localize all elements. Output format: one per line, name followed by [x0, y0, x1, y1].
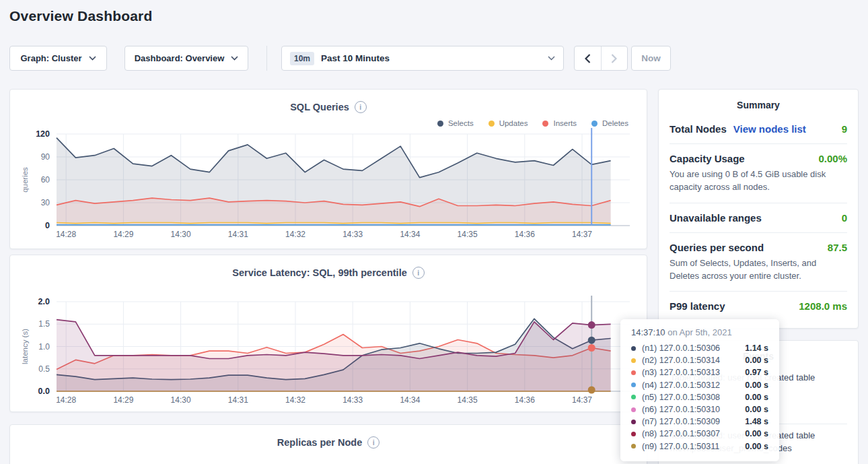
svg-text:0.0: 0.0	[38, 387, 50, 396]
dashboard-dropdown-label: Dashboard: Overview	[135, 53, 225, 63]
unavailable-ranges-label: Unavailable ranges	[670, 212, 762, 224]
summary-card: Summary Total Nodes View nodes list 9 Ca…	[658, 89, 859, 329]
graph-dropdown[interactable]: Graph: Cluster	[9, 46, 107, 71]
tooltip-row: (n8) 127.0.0.1:503070.00 s	[631, 428, 768, 440]
svg-text:14:28: 14:28	[56, 395, 76, 405]
chart-title: Replicas per Node	[277, 437, 363, 448]
tooltip-node-value: 0.00 s	[745, 405, 768, 414]
svg-text:14:28: 14:28	[56, 230, 76, 239]
svg-text:14:31: 14:31	[228, 395, 248, 405]
controls-divider	[266, 46, 267, 71]
tooltip-row: (n2) 127.0.0.1:503140.00 s	[631, 354, 768, 366]
svg-text:0.5: 0.5	[38, 364, 50, 374]
info-icon[interactable]: i	[367, 436, 379, 449]
summary-row-qps: Queries per second 87.5 Sum of Selects, …	[670, 233, 847, 292]
tooltip-node-label: (n2) 127.0.0.1:50314	[642, 356, 720, 365]
summary-row-p99-latency: P99 latency 1208.0 ms	[670, 292, 847, 321]
tooltip-node-value: 0.00 s	[745, 356, 768, 365]
tooltip-time: 14:37:10	[631, 327, 665, 337]
tooltip-node-value: 1.14 s	[745, 343, 768, 353]
tooltip-node-value: 0.00 s	[745, 380, 768, 390]
series-dot	[631, 444, 636, 449]
tooltip-row: (n7) 127.0.0.1:503091.48 s	[631, 416, 768, 428]
svg-text:14:31: 14:31	[228, 230, 248, 239]
tooltip-node-value: 0.00 s	[745, 442, 768, 451]
tooltip-node-label: (n7) 127.0.0.1:50309	[642, 417, 720, 426]
capacity-usage-value: 0.00%	[818, 153, 847, 164]
tooltip-row: (n6) 127.0.0.1:503100.00 s	[631, 403, 768, 416]
tooltip-node-label: (n8) 127.0.0.1:50307	[642, 429, 720, 438]
svg-text:14:29: 14:29	[113, 395, 133, 405]
sql-queries-chart-card: SQL Queries i SelectsUpdatesInsertsDelet…	[9, 89, 647, 249]
svg-text:14:32: 14:32	[285, 230, 305, 239]
replicas-chart-header: Replicas per Node i	[10, 436, 647, 449]
page-title: Overview Dashboard	[9, 8, 153, 24]
svg-text:14:36: 14:36	[515, 230, 535, 239]
service-latency-plot[interactable]: 14:2814:2914:3014:3114:3214:3314:3414:35…	[10, 255, 648, 413]
svg-text:14:34: 14:34	[400, 230, 420, 239]
svg-text:60: 60	[41, 175, 50, 185]
series-dot	[631, 420, 636, 424]
tooltip-node-label: (n6) 127.0.0.1:50310	[642, 405, 720, 414]
now-button[interactable]: Now	[631, 46, 671, 71]
qps-description: Sum of Selects, Updates, Inserts, and De…	[670, 257, 847, 283]
tooltip-node-value: 0.00 s	[745, 429, 768, 438]
tooltip-row: (n1) 127.0.0.1:503061.14 s	[631, 342, 768, 354]
svg-text:14:32: 14:32	[285, 395, 305, 405]
tooltip-node-label: (n5) 127.0.0.1:50308	[642, 393, 720, 402]
capacity-usage-label: Capacity Usage	[670, 153, 745, 164]
series-dot	[631, 407, 636, 412]
svg-text:120: 120	[36, 129, 50, 139]
summary-row-total-nodes: Total Nodes View nodes list 9	[670, 114, 847, 144]
dashboard-dropdown[interactable]: Dashboard: Overview	[124, 46, 248, 71]
replicas-per-node-chart-card: Replicas per Node i	[9, 424, 647, 464]
tooltip-node-value: 0.00 s	[745, 393, 768, 402]
p99-latency-value: 1208.0 ms	[799, 300, 847, 312]
time-back-button[interactable]	[575, 46, 601, 70]
tooltip-node-value: 0.97 s	[745, 368, 768, 377]
series-dot	[631, 432, 636, 436]
series-dot	[631, 370, 636, 375]
time-range-badge: 10m	[290, 52, 314, 65]
chevron-left-icon	[585, 54, 591, 63]
svg-text:0: 0	[45, 221, 50, 230]
series-dot	[631, 395, 636, 399]
overview-dashboard-page: Overview Dashboard Graph: Cluster Dashbo…	[0, 0, 868, 464]
svg-text:14:33: 14:33	[342, 395, 363, 405]
svg-text:1.0: 1.0	[38, 342, 50, 352]
total-nodes-value: 9	[842, 123, 847, 135]
capacity-usage-description: You are using 0 B of 4.5 GiB usable disk…	[670, 168, 847, 194]
svg-text:14:29: 14:29	[113, 230, 133, 239]
svg-text:14:34: 14:34	[400, 395, 420, 405]
chevron-down-icon	[548, 56, 555, 61]
service-latency-chart-card: Service Latency: SQL, 99th percentile i …	[9, 255, 647, 412]
svg-text:14:33: 14:33	[342, 230, 363, 239]
tooltip-node-label: (n1) 127.0.0.1:50306	[642, 343, 720, 353]
tooltip-row: (n9) 127.0.0.1:503110.00 s	[631, 440, 768, 453]
qps-label: Queries per second	[670, 242, 764, 253]
time-forward-button[interactable]	[601, 46, 628, 70]
chevron-right-icon	[611, 54, 617, 63]
svg-text:14:35: 14:35	[458, 230, 478, 239]
time-range-picker[interactable]: 10m Past 10 Minutes	[281, 46, 564, 71]
series-dot	[631, 383, 636, 387]
sql-queries-plot[interactable]: 14:2814:2914:3014:3114:3214:3314:3414:35…	[10, 90, 648, 250]
qps-value: 87.5	[828, 242, 847, 253]
svg-text:30: 30	[41, 198, 50, 207]
summary-row-capacity: Capacity Usage 0.00% You are using 0 B o…	[670, 144, 847, 203]
view-nodes-list-link[interactable]: View nodes list	[733, 123, 806, 135]
chart-hover-tooltip: 14:37:10 on Apr 5th, 2021 (n1) 127.0.0.1…	[620, 319, 779, 461]
svg-text:14:30: 14:30	[171, 230, 191, 239]
tooltip-date: on Apr 5th, 2021	[667, 327, 731, 337]
svg-text:14:37: 14:37	[572, 395, 592, 405]
series-dot	[631, 346, 636, 351]
tooltip-row: (n4) 127.0.0.1:503120.00 s	[631, 379, 768, 391]
chevron-down-icon	[89, 56, 96, 61]
svg-text:latency (s): latency (s)	[21, 329, 29, 364]
summary-row-unavailable-ranges: Unavailable ranges 0	[670, 203, 847, 233]
unavailable-ranges-value: 0	[842, 212, 847, 224]
svg-text:14:37: 14:37	[572, 230, 592, 239]
svg-text:queries: queries	[21, 167, 29, 193]
svg-text:2.0: 2.0	[38, 297, 50, 306]
tooltip-row: (n3) 127.0.0.1:503130.97 s	[631, 366, 768, 378]
